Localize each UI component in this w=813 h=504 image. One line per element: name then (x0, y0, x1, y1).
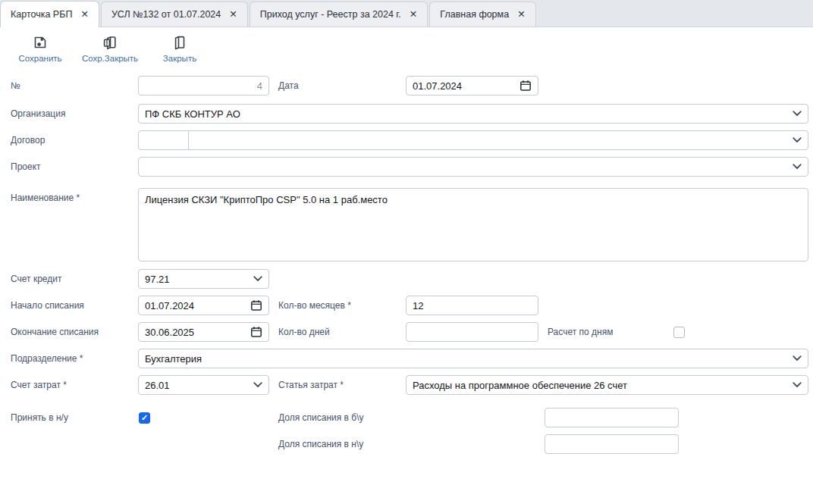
save-close-button[interactable]: Сохр.Закрыть (77, 34, 143, 63)
chevron-down-icon[interactable] (793, 164, 802, 170)
toolbar: Сохранить Сохр.Закрыть Закрыть (0, 27, 813, 73)
days-field[interactable] (406, 322, 538, 342)
end-date-input[interactable] (145, 323, 250, 341)
close-button-label: Закрыть (163, 54, 196, 63)
tab-close-icon[interactable]: ✕ (517, 10, 525, 20)
close-button[interactable]: Закрыть (156, 34, 203, 63)
chevron-down-icon[interactable] (793, 382, 802, 388)
number-label: № (11, 76, 20, 95)
contract-select[interactable] (188, 130, 808, 150)
end-date-label: Окончание списания (11, 322, 99, 342)
tab-glavnaya-forma[interactable]: Главная форма ✕ (429, 2, 535, 27)
calendar-icon[interactable] (520, 80, 532, 92)
cost-item-select[interactable]: Расходы на программное обеспечение 26 сч… (406, 375, 808, 395)
project-label: Проект (11, 157, 41, 177)
share-nu-field[interactable] (545, 434, 679, 454)
name-textarea[interactable]: Лицензия СКЗИ "КриптоПро CSP" 5.0 на 1 р… (138, 188, 808, 261)
rbp-card-window: Карточка РБП ✕ УСЛ №132 от 01.07.2024 ✕ … (0, 0, 813, 504)
check-icon: ✓ (141, 414, 148, 422)
by-days-label: Расчет по дням (548, 322, 613, 342)
door-icon (172, 34, 187, 51)
organization-value: ПФ СКБ КОНТУР АО (145, 108, 793, 120)
rbp-form: № Дата Организация ПФ СКБ КОНТУР АО Дог (0, 73, 813, 504)
tax-accept-label: Принять в н/у (11, 408, 68, 427)
tab-close-icon[interactable]: ✕ (410, 10, 417, 20)
chevron-down-icon[interactable] (253, 382, 262, 388)
organization-select[interactable]: ПФ СКБ КОНТУР АО (138, 104, 808, 124)
save-close-icon (102, 34, 118, 51)
chevron-down-icon[interactable] (793, 137, 802, 143)
tab-label: Приход услуг - Реестр за 2024 г. (260, 9, 401, 20)
credit-account-value: 97.21 (145, 274, 253, 285)
start-date-field[interactable] (138, 296, 269, 315)
months-field[interactable] (406, 296, 538, 315)
date-field[interactable] (406, 76, 538, 95)
tab-close-icon[interactable]: ✕ (80, 10, 88, 20)
tab-label: Карточка РБП (11, 9, 72, 20)
cost-account-label: Счет затрат * (11, 375, 67, 395)
date-label: Дата (278, 76, 299, 95)
tab-label: Главная форма (440, 9, 509, 20)
calendar-icon[interactable] (250, 326, 262, 338)
start-date-input[interactable] (145, 296, 250, 315)
share-bu-field[interactable] (545, 408, 679, 427)
project-select[interactable] (138, 157, 808, 177)
chevron-down-icon[interactable] (253, 276, 262, 282)
tab-label: УСЛ №132 от 01.07.2024 (111, 9, 221, 20)
tax-accept-checkbox[interactable]: ✓ (139, 412, 150, 424)
tab-close-icon[interactable]: ✕ (229, 10, 237, 20)
department-value: Бухгалтерия (145, 353, 793, 365)
date-input[interactable] (413, 77, 520, 95)
credit-account-label: Счет кредит (11, 269, 61, 289)
cost-item-value: Расходы на программное обеспечение 26 сч… (413, 380, 793, 391)
floppy-icon (33, 34, 48, 51)
by-days-checkbox[interactable]: ✓ (673, 327, 685, 338)
share-bu-label: Доля списания в б\у (278, 408, 363, 427)
credit-account-select[interactable]: 97.21 (138, 269, 269, 289)
contract-label: Договор (11, 130, 45, 150)
tab-prihod-uslug-reestr[interactable]: Приход услуг - Реестр за 2024 г. ✕ (250, 2, 428, 27)
save-button-label: Сохранить (18, 54, 61, 63)
tab-bar: Карточка РБП ✕ УСЛ №132 от 01.07.2024 ✕ … (0, 0, 813, 27)
cost-account-select[interactable]: 26.01 (138, 375, 269, 395)
cost-item-label: Статья затрат * (278, 375, 344, 395)
days-label: Кол-во дней (278, 322, 330, 342)
end-date-field[interactable] (138, 322, 269, 342)
tab-kartochka-rbp[interactable]: Карточка РБП ✕ (0, 1, 99, 27)
calendar-icon[interactable] (250, 299, 262, 311)
save-button[interactable]: Сохранить (12, 34, 68, 63)
share-nu-label: Доля списания в н\у (278, 434, 363, 454)
number-field[interactable] (138, 76, 269, 95)
months-label: Кол-во месяцев * (278, 296, 351, 315)
organization-label: Организация (11, 104, 65, 124)
chevron-down-icon[interactable] (793, 355, 802, 362)
department-label: Подразделение * (11, 349, 83, 368)
tab-usl-132[interactable]: УСЛ №132 от 01.07.2024 ✕ (101, 2, 248, 27)
save-close-button-label: Сохр.Закрыть (82, 54, 138, 63)
start-date-label: Начало списания (11, 296, 84, 315)
contract-code-field[interactable] (138, 130, 189, 150)
department-select[interactable]: Бухгалтерия (138, 349, 808, 368)
chevron-down-icon[interactable] (793, 111, 802, 117)
name-label: Наименование * (11, 188, 80, 208)
cost-account-value: 26.01 (145, 380, 253, 391)
